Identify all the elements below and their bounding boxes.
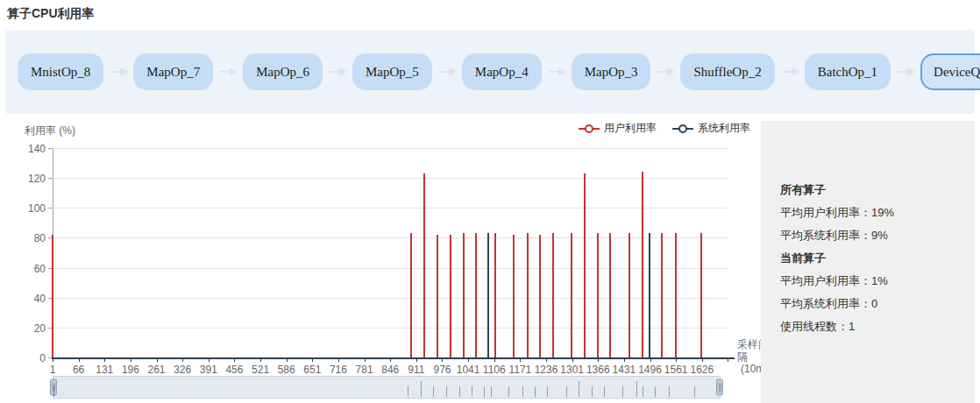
legend-item-0[interactable]: 用户利用率 [579,121,657,136]
arrow-right-icon [330,71,345,73]
x-axis-tick-icon [287,357,288,362]
stats-row-label: 平均用户利用率： [780,274,871,287]
datazoom-shadow-tick [535,386,536,397]
stats-row-label: 平均系统利用率： [780,297,871,310]
datazoom-shadow-tick [408,386,408,397]
bar-用户利用率[interactable] [475,233,477,357]
x-axis-label: 781 [356,364,373,376]
x-axis-tick-icon [572,357,573,362]
y-axis-label: 20 [34,322,46,335]
bar-用户利用率[interactable] [463,233,465,357]
x-axis-tick-icon [702,357,703,362]
stats-row-value: 19% [871,206,894,219]
x-axis-label: 1496 [638,364,662,376]
bar-系统利用率[interactable] [487,233,489,357]
bar-用户利用率[interactable] [552,233,554,357]
x-axis-tick-icon [468,357,469,362]
x-axis-label: 976 [433,364,451,376]
x-axis-tick-icon [260,357,261,362]
x-axis-tick-icon [442,357,443,362]
bar-用户利用率[interactable] [628,233,630,357]
x-axis-label: 716 [330,364,347,376]
datazoom-shadow-tick [547,386,548,397]
stats-section-title: 所有算子 [780,182,966,205]
gridline [53,148,728,149]
y-axis-label: 80 [34,232,46,244]
pipeline-node-mapop_4[interactable]: MapOp_4 [462,53,542,90]
bar-用户利用率[interactable] [52,235,53,357]
stats-section-title: 当前算子 [780,251,966,273]
pipeline-node-mapop_5[interactable]: MapOp_5 [352,53,432,90]
pipeline-node-mapop_7[interactable]: MapOp_7 [133,53,213,90]
bar-用户利用率[interactable] [539,235,541,357]
y-axis-tick-icon [48,208,53,209]
gridline [53,328,728,329]
bar-用户利用率[interactable] [609,233,611,357]
bar-用户利用率[interactable] [437,235,438,357]
x-axis-label: 66 [73,364,84,376]
bar-用户利用率[interactable] [513,235,515,357]
x-axis-tick-icon [312,357,313,362]
x-axis-label: 1366 [586,364,610,376]
bar-用户利用率[interactable] [584,173,586,357]
bar-用户利用率[interactable] [700,233,702,357]
bar-用户利用率[interactable] [423,173,425,357]
datazoom-shadow-tick [472,386,472,397]
pipeline-node-shuffleop_2[interactable]: ShuffleOp_2 [680,53,774,90]
x-axis-label: 1236 [535,364,558,376]
bar-用户利用率[interactable] [661,233,663,357]
bar-用户利用率[interactable] [675,233,677,357]
datazoom-right-handle-icon[interactable] [716,379,723,396]
x-axis-tick-icon [494,357,495,362]
stats-row-value: 0 [871,297,877,310]
x-axis-tick-icon [131,357,131,362]
stats-row-value: 1% [871,274,888,287]
bar-系统利用率[interactable] [649,233,650,357]
datazoom-shadow-tick [643,386,643,397]
x-axis-tick-icon [209,357,209,362]
bar-用户利用率[interactable] [410,233,412,357]
y-axis-name: 利用率 (%) [25,124,75,138]
pipeline-node-mapop_3[interactable]: MapOp_3 [572,53,651,90]
bar-用户利用率[interactable] [597,233,599,357]
x-axis-label: 586 [278,364,295,376]
x-axis-label: 196 [122,364,139,376]
x-axis-tick-icon [624,357,625,362]
stats-row: 平均系统利用率：9% [780,228,966,251]
bar-用户利用率[interactable] [642,172,643,357]
x-axis-tick-icon [365,357,366,362]
datazoom-shadow-tick [459,386,460,397]
datazoom-slider[interactable] [53,376,721,399]
bar-用户利用率[interactable] [571,233,572,357]
x-axis-label: 1 [50,364,56,376]
gridline [53,237,728,238]
x-axis-tick-icon [338,357,339,362]
datazoom-shadow-tick [636,381,637,397]
datazoom-shadow-tick [491,386,492,397]
stats-row-label: 平均用户利用率： [780,206,871,219]
bar-用户利用率[interactable] [527,233,529,357]
pipeline-node-devicequeueop_0[interactable]: DeviceQueueOp_0 [920,53,980,90]
stats-row-label: 平均系统利用率： [780,229,871,242]
pipeline-node-mapop_6[interactable]: MapOp_6 [243,53,323,90]
datazoom-shadow-tick [669,386,670,397]
y-axis-label: 60 [34,263,46,275]
page-title: 算子CPU利用率 [7,6,95,22]
datazoom-shadow-tick [508,386,509,397]
arrow-right-icon [657,71,673,73]
pipeline-node-batchop_1[interactable]: BatchOp_1 [805,53,891,90]
legend-line-circle-icon [579,124,600,133]
pipeline-node-mnistop_8[interactable]: MnistOp_8 [18,53,103,90]
x-axis-tick-icon [104,357,105,362]
datazoom-shadow-tick [694,386,695,397]
x-axis-tick-icon [520,357,521,362]
bar-用户利用率[interactable] [450,235,451,357]
gridline [53,268,728,269]
stats-row: 平均系统利用率：0 [780,296,966,319]
bar-用户利用率[interactable] [494,233,496,357]
arrow-right-icon [549,71,565,73]
legend-item-1[interactable]: 系统利用率 [672,121,750,136]
legend-label: 用户利用率 [604,121,657,136]
y-axis-label: 0 [39,352,46,364]
y-axis-tick-icon [48,178,53,179]
